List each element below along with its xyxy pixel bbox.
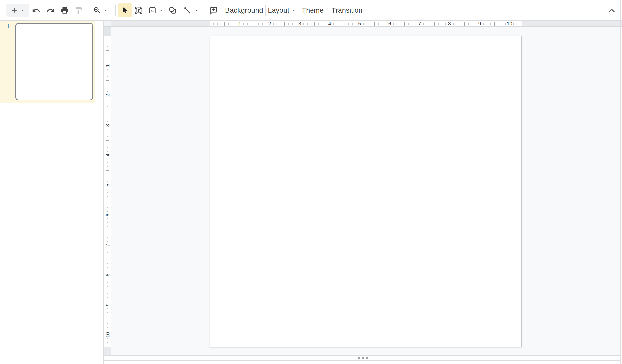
ruler-tick — [408, 23, 409, 25]
ruler-tick — [107, 58, 108, 58]
insert-line-button[interactable] — [179, 3, 203, 17]
ruler-number: 8 — [448, 21, 451, 26]
scrollbar-gutter[interactable] — [621, 27, 622, 364]
ruler-tick — [468, 23, 469, 25]
slides-editor: Background Layout Theme Transition 1 — [0, 0, 622, 364]
ruler-tick — [266, 23, 266, 25]
ruler-tick — [247, 23, 248, 25]
ruler-tick — [106, 50, 109, 51]
toolbar: Background Layout Theme Transition — [0, 0, 622, 21]
ruler-tick — [106, 260, 109, 260]
slide-1-thumbnail[interactable] — [15, 23, 93, 100]
ruler-tick — [386, 23, 386, 25]
ruler-tick — [107, 166, 108, 167]
new-slide-button[interactable] — [6, 4, 29, 17]
ruler-tick — [107, 286, 108, 287]
ruler-number: 2 — [268, 21, 271, 26]
ruler-tick — [453, 23, 454, 25]
drag-dot — [366, 357, 368, 359]
theme-button-label: Theme — [302, 6, 324, 14]
ruler-tick — [221, 23, 221, 25]
ruler-tick — [363, 23, 364, 25]
print-button[interactable] — [58, 3, 72, 17]
redo-button[interactable] — [44, 3, 58, 17]
ruler-tick — [397, 23, 397, 25]
chevron-down-icon — [195, 8, 199, 12]
vertical-ruler-offpage-area — [104, 27, 111, 36]
ruler-tick — [107, 346, 108, 346]
ruler-tick — [107, 88, 108, 88]
ruler-tick — [107, 106, 108, 107]
paint-format-icon — [74, 6, 83, 15]
ruler-tick — [106, 110, 109, 110]
ruler-tick — [255, 22, 255, 26]
ruler-tick — [107, 256, 108, 256]
drag-dot — [358, 357, 360, 359]
toolbar-separator — [220, 5, 220, 16]
zoom-icon — [93, 6, 101, 15]
ruler-tick — [107, 207, 108, 208]
notes-drag-handle[interactable] — [357, 356, 369, 360]
chevron-down-icon — [159, 8, 163, 12]
filmstrip-slide-1[interactable]: 1 — [0, 21, 95, 103]
ruler-tick — [333, 23, 334, 25]
ruler-tick — [107, 237, 108, 238]
ruler-tick — [107, 327, 108, 328]
background-button-label: Background — [225, 6, 263, 14]
ruler-number: 10 — [105, 330, 110, 339]
ruler-tick — [517, 23, 517, 25]
paint-format-button[interactable] — [72, 3, 86, 17]
ruler-number: 7 — [105, 241, 110, 249]
vertical-ruler: 12345678910 — [104, 27, 111, 355]
ruler-tick — [472, 23, 472, 25]
zoom-button[interactable] — [90, 3, 111, 17]
ruler-tick — [476, 23, 476, 25]
ruler-tick — [513, 23, 514, 25]
hide-menus-button[interactable] — [605, 6, 618, 15]
ruler-tick — [107, 316, 108, 316]
ruler-tick — [318, 23, 319, 25]
ruler-tick — [107, 342, 108, 343]
ruler-tick — [107, 39, 108, 39]
theme-button[interactable]: Theme — [300, 3, 325, 17]
ruler-tick — [404, 22, 405, 26]
ruler-tick — [371, 23, 371, 25]
ruler-tick — [106, 200, 109, 200]
insert-shape-button[interactable] — [166, 3, 179, 17]
ruler-tick — [107, 129, 108, 129]
layout-button[interactable]: Layout — [268, 3, 296, 17]
ruler-tick — [107, 263, 108, 264]
ruler-tick — [107, 338, 108, 339]
ruler-tick — [107, 226, 108, 227]
ruler-tick — [106, 230, 109, 230]
ruler-tick — [367, 23, 367, 25]
ruler-tick — [106, 170, 109, 171]
ruler-tick — [273, 23, 274, 25]
ruler-number: 9 — [478, 21, 481, 26]
ruler-tick — [502, 23, 502, 25]
background-button[interactable]: Background — [224, 3, 264, 17]
select-tool-button[interactable] — [118, 3, 132, 17]
add-comment-button[interactable] — [206, 3, 220, 17]
notes-divider-line — [104, 360, 620, 361]
undo-icon — [32, 6, 40, 15]
ruler-tick — [464, 22, 465, 26]
text-box-icon — [134, 6, 143, 15]
redo-icon — [46, 6, 55, 15]
ruler-number: 1 — [238, 21, 241, 26]
insert-image-button[interactable] — [144, 3, 167, 17]
ruler-tick — [427, 23, 427, 25]
ruler-number: 1 — [105, 61, 110, 70]
ruler-tick — [107, 279, 108, 279]
transition-button[interactable]: Transition — [330, 3, 364, 17]
ruler-tick — [378, 23, 379, 25]
ruler-tick — [307, 23, 308, 25]
ruler-tick — [442, 23, 442, 25]
ruler-tick — [345, 22, 345, 26]
toolbar-separator — [298, 5, 298, 16]
undo-button[interactable] — [29, 3, 43, 17]
ruler-tick — [107, 204, 108, 204]
text-box-button[interactable] — [132, 3, 146, 17]
ruler-number: 10 — [507, 21, 512, 26]
slide-page[interactable] — [210, 36, 522, 347]
